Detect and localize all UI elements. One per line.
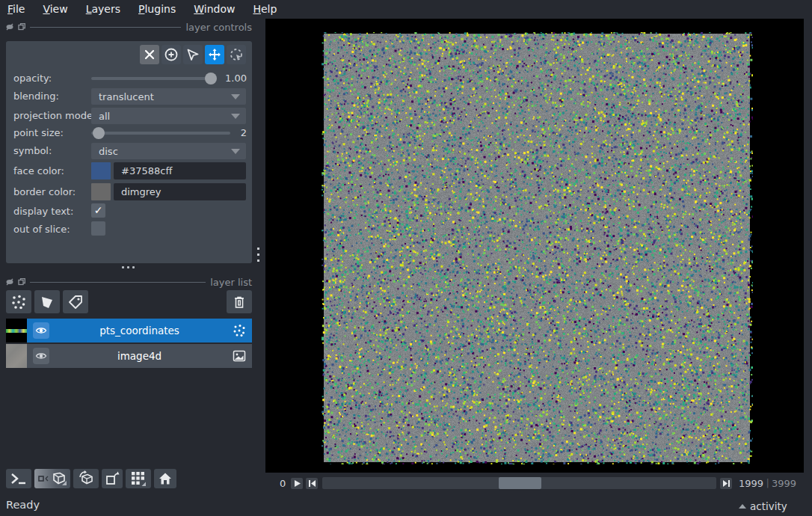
border-color-swatch[interactable] bbox=[91, 183, 111, 200]
console-icon bbox=[10, 473, 27, 485]
select-points-button[interactable] bbox=[183, 45, 203, 64]
trash-icon bbox=[232, 295, 247, 310]
layer-row-image4d[interactable]: image4d bbox=[6, 344, 252, 368]
home-reset-view-button[interactable] bbox=[154, 469, 176, 488]
layer-visibility-button[interactable] bbox=[33, 348, 49, 364]
chevron-down-icon bbox=[231, 149, 240, 154]
activity-label: activity bbox=[750, 500, 787, 512]
panel-splitter-handle[interactable] bbox=[257, 248, 259, 262]
layer-visibility-button[interactable] bbox=[33, 322, 49, 339]
symbol-dropdown[interactable]: disc bbox=[91, 143, 246, 159]
point-size-slider[interactable] bbox=[91, 132, 230, 135]
face-color-swatch[interactable] bbox=[91, 162, 111, 179]
menu-file[interactable]: File bbox=[7, 3, 25, 15]
display-text-label: display text: bbox=[13, 206, 73, 217]
points-toolbar bbox=[140, 45, 246, 64]
add-points-button[interactable] bbox=[162, 45, 181, 64]
roll-cube-icon bbox=[77, 470, 95, 487]
current-frame-value[interactable]: 1999 bbox=[739, 478, 763, 489]
menu-layers[interactable]: Layers bbox=[86, 3, 120, 15]
point-size-label: point size: bbox=[13, 127, 64, 138]
layer-controls-title: layer controls bbox=[185, 22, 252, 33]
transpose-dimensions-button[interactable] bbox=[102, 469, 123, 488]
symbol-value: disc bbox=[99, 146, 118, 157]
symbol-label: symbol: bbox=[13, 145, 52, 156]
first-frame-button[interactable] bbox=[306, 478, 318, 489]
opacity-slider[interactable] bbox=[91, 77, 215, 80]
opacity-slider-handle[interactable] bbox=[205, 73, 217, 85]
status-message: Ready bbox=[6, 499, 40, 511]
select-arrow-icon bbox=[185, 47, 200, 62]
blending-value: translucent bbox=[99, 91, 154, 102]
eye-icon bbox=[35, 350, 47, 362]
console-button[interactable] bbox=[6, 469, 31, 488]
border-color-value: dimgrey bbox=[121, 186, 162, 197]
viewer-canvas[interactable] bbox=[322, 32, 753, 464]
menu-bar: File View Layers Plugins Window Help bbox=[0, 0, 812, 18]
frame-divider: | bbox=[766, 477, 769, 488]
border-color-label: border color: bbox=[13, 186, 76, 197]
face-color-label: face color: bbox=[13, 165, 64, 176]
activity-button[interactable]: activity bbox=[739, 500, 787, 512]
shapes-icon bbox=[39, 294, 55, 310]
chevron-up-icon bbox=[739, 504, 746, 509]
blending-label: blending: bbox=[13, 90, 59, 102]
projection-mode-dropdown[interactable]: all bbox=[91, 108, 246, 124]
out-of-slice-label: out of slice: bbox=[13, 224, 70, 235]
skip-end-icon bbox=[722, 479, 731, 488]
image-layer-icon bbox=[233, 349, 246, 363]
last-frame-button[interactable] bbox=[720, 478, 732, 489]
dim-slider-track[interactable] bbox=[322, 477, 716, 489]
menu-help[interactable]: Help bbox=[253, 3, 277, 15]
layer-thumbnail bbox=[6, 319, 27, 343]
border-color-field[interactable]: dimgrey bbox=[114, 183, 246, 200]
layer-controls-header: layer controls bbox=[6, 22, 252, 32]
chevron-down-icon bbox=[231, 114, 240, 119]
layer-name: image4d bbox=[27, 350, 252, 362]
transform-icon bbox=[229, 47, 244, 62]
transform-button[interactable] bbox=[227, 45, 246, 64]
float-dock-icon[interactable] bbox=[18, 278, 25, 286]
add-circle-icon bbox=[164, 47, 179, 62]
grid-view-button[interactable] bbox=[126, 469, 151, 488]
point-size-slider-handle[interactable] bbox=[93, 127, 105, 139]
menu-view[interactable]: View bbox=[43, 3, 67, 15]
out-of-slice-checkbox[interactable] bbox=[91, 221, 105, 236]
face-color-field[interactable]: #37588cff bbox=[114, 162, 246, 179]
hide-dock-icon[interactable] bbox=[6, 23, 13, 31]
dim-slider-handle[interactable] bbox=[499, 477, 541, 489]
chevron-down-icon bbox=[231, 94, 240, 99]
dock-resize-handle[interactable] bbox=[122, 266, 135, 268]
point-size-value: 2 bbox=[221, 127, 247, 138]
hide-dock-icon[interactable] bbox=[6, 278, 13, 286]
blending-dropdown[interactable]: translucent bbox=[91, 88, 246, 105]
x-icon bbox=[144, 49, 155, 60]
viewer-canvas-area[interactable] bbox=[265, 19, 804, 473]
menu-plugins[interactable]: Plugins bbox=[138, 3, 176, 15]
viewer-buttons bbox=[6, 469, 176, 488]
ndisplay-toggle-button[interactable] bbox=[34, 469, 70, 488]
float-dock-icon[interactable] bbox=[18, 23, 25, 31]
dims-slider-bar: 0 1999 | 3999 bbox=[265, 477, 804, 491]
points-layer-icon bbox=[233, 324, 246, 337]
opacity-value: 1.00 bbox=[221, 73, 247, 84]
new-shapes-layer-button[interactable] bbox=[34, 290, 60, 313]
delete-layer-button[interactable] bbox=[227, 290, 252, 313]
points-icon bbox=[10, 294, 27, 310]
layer-row-pts-coordinates[interactable]: pts_coordinates bbox=[6, 319, 252, 343]
layer-list-title: layer list bbox=[210, 277, 252, 288]
tag-icon bbox=[67, 294, 84, 310]
new-points-layer-button[interactable] bbox=[6, 290, 31, 313]
play-button[interactable] bbox=[291, 478, 303, 489]
new-labels-layer-button[interactable] bbox=[63, 290, 88, 313]
header-divider bbox=[30, 27, 181, 28]
pan-zoom-button[interactable] bbox=[205, 45, 224, 64]
layer-controls-panel: opacity: 1.00 blending: translucent proj… bbox=[6, 41, 252, 263]
skip-start-icon bbox=[308, 479, 316, 488]
display-text-checkbox[interactable] bbox=[91, 203, 105, 218]
delete-selected-points-button[interactable] bbox=[140, 45, 159, 64]
menu-window[interactable]: Window bbox=[194, 3, 235, 15]
roll-dimensions-button[interactable] bbox=[73, 469, 99, 488]
2d-3d-toggle-icon bbox=[37, 471, 67, 486]
layer-list-header: layer list bbox=[6, 277, 252, 287]
